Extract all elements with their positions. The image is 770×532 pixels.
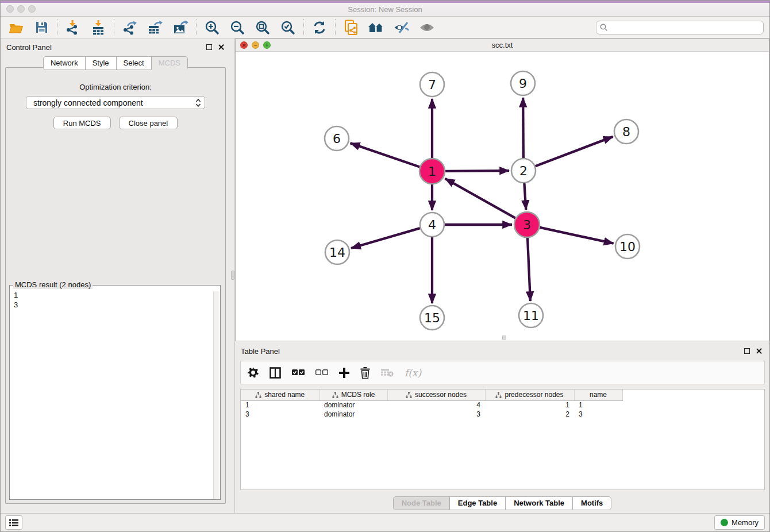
column-header-successor-nodes[interactable]: successor nodes	[387, 390, 485, 400]
tab-network[interactable]: Network	[43, 56, 85, 70]
node-3[interactable]: 3	[514, 212, 540, 237]
edge-3-1[interactable]	[445, 179, 515, 218]
add-column-icon[interactable]	[339, 368, 349, 378]
table-row[interactable]: 1dominator411	[241, 400, 622, 410]
table-settings-icon[interactable]	[248, 367, 259, 378]
node-9[interactable]: 9	[511, 71, 535, 95]
edge-2-9[interactable]	[523, 98, 523, 158]
zoom-selected-icon[interactable]	[279, 19, 297, 36]
task-history-button[interactable]	[5, 515, 22, 530]
close-panel-icon[interactable]	[218, 44, 225, 51]
hide-selected-icon[interactable]	[393, 19, 410, 36]
cell-predecessor-nodes[interactable]: 1	[485, 400, 574, 410]
panel-splitter[interactable]	[230, 38, 235, 513]
node-table-header[interactable]: shared nameMCDS rolesuccessor nodesprede…	[241, 390, 622, 400]
tab-mcds[interactable]: MCDS	[151, 56, 188, 70]
show-all-icon[interactable]	[418, 19, 436, 36]
edge-3-10[interactable]	[540, 228, 613, 244]
edge-3-11[interactable]	[528, 238, 530, 301]
export-image-icon[interactable]	[172, 19, 189, 36]
cell-MCDS-role[interactable]: dominator	[319, 410, 387, 419]
node-label: 1	[428, 164, 436, 179]
export-network-icon[interactable]	[121, 19, 138, 36]
deselect-all-checks-icon[interactable]	[315, 369, 328, 376]
table-row[interactable]: 3dominator323	[241, 410, 622, 419]
select-all-checks-icon[interactable]	[292, 369, 305, 376]
home-network-view-icon[interactable]	[368, 19, 385, 36]
node-4[interactable]: 4	[420, 213, 444, 237]
close-table-panel-icon[interactable]	[756, 348, 763, 354]
float-panel-icon[interactable]	[206, 44, 212, 50]
mcds-tab-content: Optimization criterion: strongly connect…	[5, 67, 226, 504]
save-session-icon[interactable]	[33, 19, 50, 36]
node-6[interactable]: 6	[325, 126, 349, 151]
node-11[interactable]: 11	[519, 303, 543, 327]
edge-2-3[interactable]	[524, 183, 526, 210]
close-panel-button[interactable]: Close panel	[119, 117, 178, 129]
node-8[interactable]: 8	[614, 119, 638, 144]
column-header-shared-name[interactable]: shared name	[241, 390, 319, 400]
main-toolbar	[1, 17, 769, 38]
tab-node-table[interactable]: Node Table	[393, 496, 449, 510]
tab-select[interactable]: Select	[116, 56, 151, 70]
cell-successor-nodes[interactable]: 3	[387, 410, 485, 419]
node-7[interactable]: 7	[420, 72, 444, 97]
node-15[interactable]: 15	[420, 306, 444, 330]
import-network-icon[interactable]	[64, 19, 82, 36]
network-close-button[interactable]: ✕	[240, 41, 248, 49]
search-input[interactable]	[610, 24, 760, 32]
node-label: 10	[619, 240, 636, 254]
memory-button[interactable]: Memory	[714, 515, 765, 530]
open-session-icon[interactable]	[7, 19, 25, 36]
tab-motifs[interactable]: Motifs	[572, 496, 611, 510]
result-scrollbar[interactable]	[213, 291, 220, 499]
node-14[interactable]: 14	[325, 240, 349, 264]
tab-style[interactable]: Style	[85, 56, 116, 70]
edge-4-14[interactable]	[351, 228, 420, 248]
optimization-criterion-select[interactable]: strongly connected component	[26, 96, 205, 109]
column-visibility-icon[interactable]	[270, 367, 281, 379]
cell-shared-name[interactable]: 1	[241, 400, 319, 410]
control-panel-title: Control Panel	[6, 43, 52, 52]
cell-name[interactable]: 3	[574, 410, 622, 419]
zoom-fit-icon[interactable]	[254, 19, 271, 36]
column-header-predecessor-nodes[interactable]: predecessor nodes	[485, 390, 574, 400]
node-10[interactable]: 10	[615, 234, 640, 259]
table-tabs: Node TableEdge TableNetwork TableMotifs	[235, 496, 769, 510]
node-table-body[interactable]: 1dominator4113dominator323	[241, 400, 622, 419]
cell-successor-nodes[interactable]: 4	[387, 400, 485, 410]
column-header-MCDS-role[interactable]: MCDS role	[319, 390, 387, 400]
export-table-icon[interactable]	[147, 19, 164, 36]
node-1[interactable]: 1	[419, 159, 445, 184]
new-network-from-selection-icon[interactable]	[342, 19, 360, 36]
table-panel-title: Table Panel	[241, 347, 280, 356]
edge-1-6[interactable]	[351, 143, 420, 167]
run-mcds-button[interactable]: Run MCDS	[53, 117, 111, 129]
table-toolbar: f(x)	[240, 361, 765, 384]
column-header-name[interactable]: name	[574, 390, 622, 400]
zoom-in-icon[interactable]	[203, 19, 221, 36]
search-field[interactable]	[596, 21, 764, 34]
network-resize-grip[interactable]	[502, 336, 506, 340]
cell-name[interactable]: 1	[574, 400, 622, 410]
memory-label: Memory	[732, 518, 759, 527]
zoom-out-icon[interactable]	[229, 19, 246, 36]
refresh-view-icon[interactable]	[311, 19, 328, 36]
network-minimize-button[interactable]: −	[252, 41, 259, 49]
network-canvas[interactable]: 7968124314101511	[236, 52, 769, 341]
splitter-grip[interactable]	[231, 271, 234, 280]
cell-MCDS-role[interactable]: dominator	[319, 400, 387, 410]
delete-column-icon[interactable]	[360, 367, 370, 379]
tab-edge-table[interactable]: Edge Table	[449, 496, 505, 510]
node-table[interactable]: shared nameMCDS rolesuccessor nodesprede…	[240, 389, 765, 490]
float-table-panel-icon[interactable]	[744, 348, 750, 354]
import-table-icon[interactable]	[90, 19, 107, 36]
cell-shared-name[interactable]: 3	[241, 410, 319, 419]
node-2[interactable]: 2	[511, 159, 536, 183]
column-label: MCDS role	[341, 391, 375, 399]
edge-1-2[interactable]	[445, 171, 509, 171]
cell-predecessor-nodes[interactable]: 2	[485, 410, 574, 419]
network-maximize-button[interactable]: +	[263, 41, 271, 49]
edge-2-8[interactable]	[536, 137, 613, 166]
tab-network-table[interactable]: Network Table	[505, 496, 572, 510]
